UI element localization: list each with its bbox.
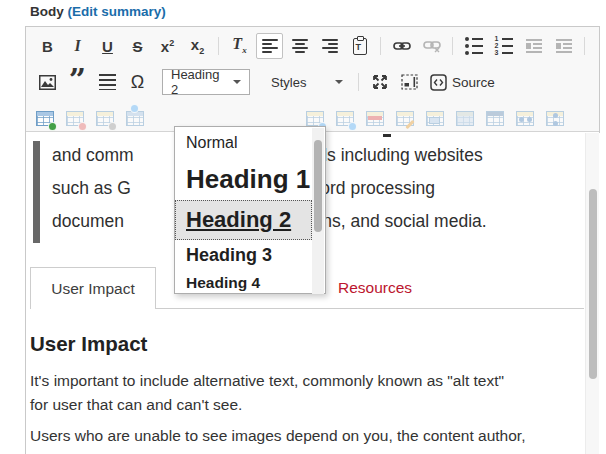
tab-user-impact[interactable]: User Impact [30, 267, 156, 309]
show-blocks-button[interactable] [396, 69, 423, 95]
blockquote-line-left: and comm [52, 145, 134, 165]
outdent-icon [526, 39, 542, 53]
merge-cells-button[interactable] [424, 106, 446, 130]
delete-row-button[interactable] [364, 106, 386, 130]
dropdown-scrollbar-thumb[interactable] [314, 140, 322, 232]
subscript-glyph: x2 [191, 37, 204, 56]
strikethrough-button[interactable]: S [124, 33, 151, 59]
table-glyph-icon [546, 111, 564, 126]
bold-glyph: B [42, 39, 53, 54]
strikethrough-glyph: S [132, 39, 142, 54]
field-label: Body (Edit summary) [30, 4, 166, 19]
italic-glyph: I [74, 38, 80, 54]
column-actions-button[interactable] [334, 106, 356, 130]
dropdown-scrollbar[interactable] [312, 128, 324, 294]
table-glyph-icon [456, 111, 474, 126]
numbered-list-button[interactable]: 123 [490, 33, 517, 59]
table-glyph-icon [396, 111, 414, 126]
source-button-label: Source [452, 75, 495, 90]
underline-glyph: U [102, 39, 113, 54]
blockquote-line-left: such as G [52, 178, 131, 198]
unlink-icon [423, 39, 441, 53]
wysiwyg-editor: BIUSx2x2TxT123 ” Ω Heading 2 Styles [25, 26, 600, 454]
align-center-icon [292, 39, 308, 53]
horizontal-line-button[interactable] [94, 69, 121, 95]
link-button[interactable] [388, 33, 415, 59]
superscript-button[interactable]: x2 [154, 33, 181, 59]
blockquote-line-left: documen [52, 211, 124, 231]
blockquote-icon: ” [69, 75, 86, 89]
cell-properties-button[interactable] [394, 106, 416, 130]
tab-resources[interactable]: Resources [310, 267, 440, 309]
paste-table-button[interactable] [124, 106, 146, 130]
align-left-icon [262, 39, 278, 53]
toolbar-separator [452, 37, 453, 55]
remove-format-button[interactable]: Tx [226, 33, 253, 59]
underline-button[interactable]: U [94, 33, 121, 59]
format-option-heading-1[interactable]: Heading 1 [175, 158, 325, 200]
styles-combo[interactable]: Styles [263, 69, 351, 95]
special-character-button[interactable]: Ω [124, 69, 151, 95]
clipped-text-remnant [383, 134, 391, 137]
format-combo[interactable]: Heading 2 [162, 69, 250, 95]
table-header-button[interactable] [484, 106, 506, 130]
bold-button[interactable]: B [34, 33, 61, 59]
paragraph-2: Users who are unable to see images depen… [30, 424, 525, 448]
format-option-heading-4[interactable]: Heading 4 [175, 270, 325, 295]
align-center-button[interactable] [286, 33, 313, 59]
styles-combo-value: Styles [271, 75, 306, 90]
align-left-button[interactable] [256, 33, 283, 59]
format-option-heading-2[interactable]: Heading 2 [175, 200, 312, 240]
insert-image-button[interactable] [34, 69, 61, 95]
maximize-icon [372, 74, 388, 90]
indent-icon [556, 39, 572, 53]
bulleted-list-button[interactable] [460, 33, 487, 59]
content-heading: User Impact [30, 332, 147, 356]
format-option-heading-3[interactable]: Heading 3 [175, 240, 325, 270]
page: Body (Edit summary) BIUSx2x2TxT123 ” Ω H… [0, 0, 606, 454]
field-label-text: Body [30, 4, 64, 19]
chevron-down-icon [335, 80, 343, 84]
format-dropdown-items: NormalHeading 1Heading 2Heading 3Heading… [175, 127, 325, 295]
edit-summary-link[interactable]: (Edit summary) [68, 4, 166, 19]
toolbar-separator [218, 37, 219, 55]
table-properties-button[interactable] [94, 106, 116, 130]
align-right-button[interactable] [316, 33, 343, 59]
format-option-normal[interactable]: Normal [175, 127, 325, 158]
paste-plain-text-button[interactable]: T [346, 33, 373, 59]
insert-table-button[interactable] [34, 106, 56, 130]
blockquote-line-2: such as Gl, word processing [52, 178, 131, 204]
table-glyph-icon [426, 111, 444, 126]
delete-table-button[interactable] [64, 106, 86, 130]
table-glyph-icon [486, 111, 504, 126]
italic-button[interactable]: I [64, 33, 91, 59]
blockquote-line-1: and commerials including websites [52, 145, 134, 171]
subscript-button[interactable]: x2 [184, 33, 211, 59]
merge-cells-horizontal-button[interactable] [514, 106, 536, 130]
table-grid-button[interactable] [454, 106, 476, 130]
bulleted-list-icon [465, 37, 483, 55]
omega-icon: Ω [131, 73, 144, 91]
unlink-button[interactable] [418, 33, 445, 59]
link-icon [393, 40, 411, 52]
remove-format-glyph: Tx [232, 36, 246, 55]
toolbar-separator [584, 37, 585, 55]
indent-button[interactable] [550, 33, 577, 59]
merge-cells-vertical-button[interactable] [544, 106, 566, 130]
toolbar-separator [380, 37, 381, 55]
blockquote-button[interactable]: ” [64, 69, 91, 95]
chevron-down-icon [233, 80, 241, 84]
source-icon [430, 74, 447, 91]
toolbar-separator [358, 73, 359, 91]
maximize-button[interactable] [366, 69, 393, 95]
tab-divider [156, 308, 584, 309]
editor-scrollbar[interactable] [585, 133, 599, 454]
outdent-button[interactable] [520, 33, 547, 59]
image-icon [39, 75, 56, 90]
toolbar-row-2: ” Ω Heading 2 Styles [34, 67, 499, 97]
blockquote-line-3: documenations, and social media. [52, 211, 124, 237]
paragraph-1: It's important to include alternative te… [30, 369, 504, 417]
editor-toolbar: BIUSx2x2TxT123 ” Ω Heading 2 Styles [26, 27, 599, 132]
editor-scrollbar-thumb[interactable] [589, 189, 597, 379]
source-button[interactable]: Source [426, 74, 499, 91]
